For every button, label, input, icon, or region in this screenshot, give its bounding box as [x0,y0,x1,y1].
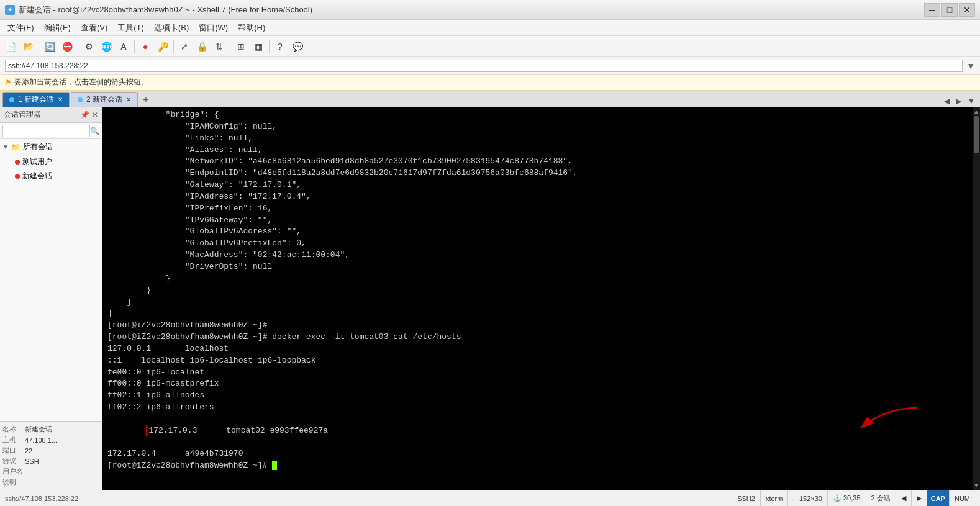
address-input[interactable] [5,60,963,72]
tree-root-all-sessions[interactable]: ▼ 📁 所有会话 [0,139,102,155]
tree-item-newsession-label: 新建会话 [22,171,52,181]
tab-next-arrow[interactable]: ▶ [953,96,964,107]
menu-item-选项卡(B)[interactable]: 选项卡(B) [149,21,194,35]
status-next-session[interactable]: ▶ [911,490,927,506]
term-line-23: fe00::0 ip6-localnet [107,367,968,379]
info-row-username: 用户名 [2,466,99,477]
menu-item-帮助(H)[interactable]: 帮助(H) [233,21,270,35]
tab-2[interactable]: 2 新建会话 ✕ [71,92,138,107]
sidebar-pin-icon[interactable]: 📌 [80,111,89,119]
toolbar-globe[interactable]: 🌐 [98,38,114,55]
vertical-scrollbar[interactable]: ▲ ▼ [973,107,980,490]
sidebar-search-input[interactable] [2,125,90,137]
status-ssh2: SSH2 [732,490,760,506]
scroll-thumb[interactable] [974,116,979,153]
term-line-3: "Links": null, [107,133,968,145]
toolbar-stop[interactable]: ⛔ [59,38,75,55]
toolbar-help[interactable]: ? [272,38,288,55]
app-icon: ✦ [5,5,15,15]
scroll-up-arrow[interactable]: ▲ [973,107,980,115]
term-line-25: ff02::1 ip6-allnodes [107,390,968,402]
tip-text: 要添加当前会话，点击左侧的箭头按钮。 [14,77,148,88]
toolbar-transfer[interactable]: ⇅ [211,38,227,55]
toolbar: 📄 📂 🔄 ⛔ ⚙ 🌐 A ● 🔑 ⤢ 🔒 ⇅ ⊞ ▦ ? 💬 [0,36,980,57]
menu-item-窗口(W)[interactable]: 窗口(W) [194,21,233,35]
close-button[interactable]: ✕ [959,3,975,17]
term-line-12: "GlobalIPv6PrefixLen": 0, [107,238,968,250]
tree-root-label: 所有会话 [23,142,53,152]
tab-1-label: 1 新建会话 [18,94,54,105]
terminal-cursor [272,461,277,470]
term-line-15: } [107,273,968,285]
toolbar-new[interactable]: 📄 [2,38,19,55]
term-line-7: "Gateway": "172.17.0.1", [107,179,968,191]
title-bar-left: ✦ 新建会话 - root@iZ2vc28obhvfham8wewhh0Z:~ … [5,4,312,16]
tab-prev-arrow[interactable]: ◀ [941,96,952,107]
term-line-24: ff00::0 ip6-mcastprefix [107,378,968,390]
info-label-desc: 说明 [2,477,25,487]
status-ssh-text: ssh://47.108.153.228:22 [5,495,732,502]
minimize-button[interactable]: ─ [924,3,940,17]
toolbar-sep1 [39,40,39,53]
title-bar-controls: ─ □ ✕ [924,3,975,17]
toolbar-settings[interactable]: ⚙ [81,38,97,55]
tab-menu-arrow[interactable]: ▼ [965,96,978,107]
tab-1-indicator [9,97,14,102]
info-label-protocol: 协议 [2,456,25,466]
term-line-6: "EndpointID": "d48e5fd118a2a8dd7e6d9832b… [107,168,968,179]
toolbar-green[interactable]: ● [137,38,153,55]
info-value-host: 47.108.1... [25,436,57,444]
menu-item-工具(T)[interactable]: 工具(T) [112,21,149,35]
menu-bar: 文件(F)编辑(E)查看(V)工具(T)选项卡(B)窗口(W)帮助(H) [0,20,980,36]
menu-item-编辑(E)[interactable]: 编辑(E) [39,21,76,35]
toolbar-open[interactable]: 📂 [20,38,36,55]
term-line-29: [root@iZ2vc28obhvfham8wewhh0Z ~]# [107,460,968,472]
menu-item-文件(F)[interactable]: 文件(F) [2,21,39,35]
info-row-desc: 说明 [2,477,99,487]
window-title: 新建会话 - root@iZ2vc28obhvfham8wewhh0Z:~ - … [19,4,312,16]
term-line-18: ] [107,308,968,320]
term-line-16: } [107,285,968,297]
term-line-5: "NetworkID": "a46c8b6812aa56bed91d8db8a5… [107,156,968,168]
info-row-name: 名称 新建会话 [2,424,99,435]
tab-2-label: 2 新建会话 [86,94,122,105]
toolbar-sep2 [78,40,78,53]
toolbar-lock[interactable]: 🔒 [194,38,210,55]
status-position: ⚓ 30,35 [827,490,866,506]
term-line-26: ff02::2 ip6-allrouters [107,402,968,413]
tab-arrows: ◀ ▶ ▼ [941,96,978,107]
info-label-name: 名称 [2,425,25,434]
scroll-down-arrow[interactable]: ▼ [973,482,980,490]
info-value-port: 22 [25,447,32,454]
terminal-content[interactable]: "bridge": { "IPAMConfig": null, "Links":… [102,107,973,490]
toolbar-font[interactable]: A [116,38,132,55]
tab-2-close[interactable]: ✕ [126,96,131,103]
toolbar-resize[interactable]: ⤢ [176,38,193,55]
toolbar-key[interactable]: 🔑 [155,38,171,55]
tab-1-close[interactable]: ✕ [58,96,63,103]
address-bar: ▼ [0,57,980,75]
status-prev-session[interactable]: ◀ [896,490,911,506]
sidebar-close-icon[interactable]: ✕ [92,111,98,119]
toolbar-cmd[interactable]: ⊞ [233,38,249,55]
term-line-19: [root@iZ2vc28obhvfham8wewhh0Z ~]# [107,320,968,332]
toolbar-grid[interactable]: ▦ [250,38,266,55]
search-icon: 🔍 [90,127,99,135]
term-line-20: [root@iZ2vc28obhvfham8wewhh0Z ~]# docker… [107,332,968,343]
toolbar-sep5 [230,40,230,53]
tab-1[interactable]: 1 新建会话 ✕ [2,92,70,107]
term-line-28: 172.17.0.4 a49e4b731970 [107,448,968,460]
toolbar-sep3 [134,40,135,53]
terminal-section: "bridge": { "IPAMConfig": null, "Links":… [102,107,980,490]
term-line-22: ::1 localhost ip6-localhost ip6-loopback [107,355,968,367]
toolbar-refresh[interactable]: 🔄 [42,38,58,55]
tree-item-testuser[interactable]: 测试用户 [0,155,102,169]
address-arrow[interactable]: ▼ [966,61,975,71]
maximize-button[interactable]: □ [941,3,958,17]
tab-add-button[interactable]: + [139,93,153,107]
sidebar-info: 名称 新建会话 主机 47.108.1... 端口 22 协议 SSH 用户名 … [0,421,102,490]
toolbar-chat[interactable]: 💬 [289,38,306,55]
tree-item-newsession[interactable]: 新建会话 [0,169,102,183]
status-num: NUM [949,490,975,506]
menu-item-查看(V)[interactable]: 查看(V) [76,21,112,35]
